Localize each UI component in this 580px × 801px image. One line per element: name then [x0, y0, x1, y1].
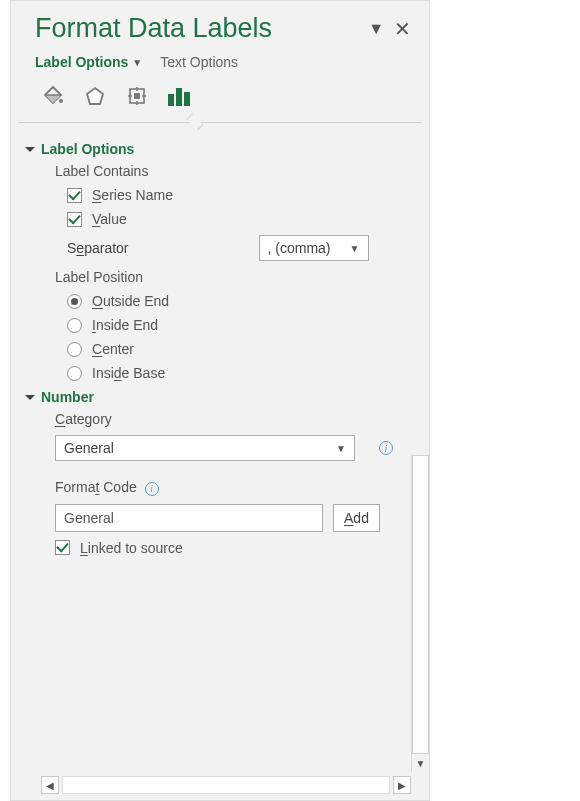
panel-title: Format Data Labels [35, 13, 358, 44]
checkbox-icon[interactable] [67, 188, 82, 203]
tab-label-options[interactable]: Label Options ▼ [35, 54, 142, 70]
separator-label: Separator [67, 240, 129, 256]
checkbox-label: Linked to source [80, 540, 183, 556]
radio-label: Inside Base [92, 365, 165, 381]
category-icons [11, 70, 429, 122]
radio-center[interactable]: Center [67, 341, 403, 357]
tab-text-options[interactable]: Text Options [160, 54, 238, 70]
add-button[interactable]: Add [333, 504, 380, 532]
task-pane-options-icon[interactable]: ▼ [368, 21, 384, 37]
titlebar: Format Data Labels ▼ ✕ [11, 1, 429, 48]
vertical-scrollbar[interactable]: ▼ [411, 455, 429, 772]
close-icon[interactable]: ✕ [394, 19, 411, 39]
svg-rect-2 [134, 93, 140, 99]
format-pane: Format Data Labels ▼ ✕ Label Options ▼ T… [10, 0, 430, 801]
options-tabs: Label Options ▼ Text Options [11, 48, 429, 70]
info-icon[interactable]: i [379, 441, 393, 455]
radio-icon[interactable] [67, 318, 82, 333]
label-options-icon[interactable] [161, 80, 197, 112]
category-select[interactable]: General ▼ [55, 435, 355, 461]
effects-icon[interactable] [77, 80, 113, 112]
scroll-down-icon[interactable]: ▼ [412, 754, 429, 772]
select-value: , (comma) [268, 240, 331, 256]
content-wrap: Label Options Label Contains Series Name… [11, 123, 429, 772]
checkbox-icon[interactable] [67, 212, 82, 227]
separator-select[interactable]: , (comma) ▼ [259, 235, 369, 261]
chevron-down-icon: ▼ [350, 243, 360, 254]
checkbox-label: Series Name [92, 187, 173, 203]
section-label-options[interactable]: Label Options [25, 141, 403, 157]
format-code-label: Format Code i [55, 479, 403, 496]
chevron-down-icon: ▼ [336, 443, 346, 454]
radio-icon[interactable] [67, 342, 82, 357]
checkbox-linked-source[interactable]: Linked to source [55, 540, 403, 556]
horizontal-scrollbar[interactable]: ◀ ▶ [41, 776, 411, 794]
scroll-thumb[interactable] [412, 455, 429, 754]
checkbox-label: Value [92, 211, 127, 227]
checkbox-series-name[interactable]: Series Name [67, 187, 403, 203]
section-number[interactable]: Number [25, 389, 403, 405]
scroll-left-icon[interactable]: ◀ [41, 776, 59, 794]
radio-label: Outside End [92, 293, 169, 309]
radio-icon[interactable] [67, 366, 82, 381]
svg-rect-5 [184, 92, 190, 106]
tab-label: Text Options [160, 54, 238, 70]
info-icon[interactable]: i [145, 482, 159, 496]
content: Label Options Label Contains Series Name… [11, 123, 411, 772]
label-contains-heading: Label Contains [55, 163, 403, 179]
collapse-icon [25, 147, 35, 152]
chevron-down-icon: ▼ [132, 57, 142, 68]
format-code-row: General Add [55, 504, 403, 532]
category-label: Category [55, 411, 403, 427]
svg-point-0 [59, 99, 63, 103]
svg-rect-3 [168, 94, 174, 106]
radio-inside-end[interactable]: Inside End [67, 317, 403, 333]
category-select-row: General ▼ i [55, 435, 403, 461]
format-code-input[interactable]: General [55, 504, 323, 532]
section-title: Number [41, 389, 94, 405]
scroll-right-icon[interactable]: ▶ [393, 776, 411, 794]
radio-outside-end[interactable]: Outside End [67, 293, 403, 309]
separator-row: Separator , (comma) ▼ [67, 235, 403, 261]
select-value: General [64, 440, 114, 456]
size-properties-icon[interactable] [119, 80, 155, 112]
input-value: General [64, 510, 114, 526]
section-title: Label Options [41, 141, 134, 157]
checkbox-icon[interactable] [55, 540, 70, 555]
radio-icon[interactable] [67, 294, 82, 309]
checkbox-value[interactable]: Value [67, 211, 403, 227]
collapse-icon [25, 395, 35, 400]
radio-label: Center [92, 341, 134, 357]
radio-label: Inside End [92, 317, 158, 333]
label-position-heading: Label Position [55, 269, 403, 285]
scroll-track[interactable] [62, 776, 390, 794]
radio-inside-base[interactable]: Inside Base [67, 365, 403, 381]
svg-rect-4 [176, 88, 182, 106]
tab-label: Label Options [35, 54, 128, 70]
fill-line-icon[interactable] [35, 80, 71, 112]
